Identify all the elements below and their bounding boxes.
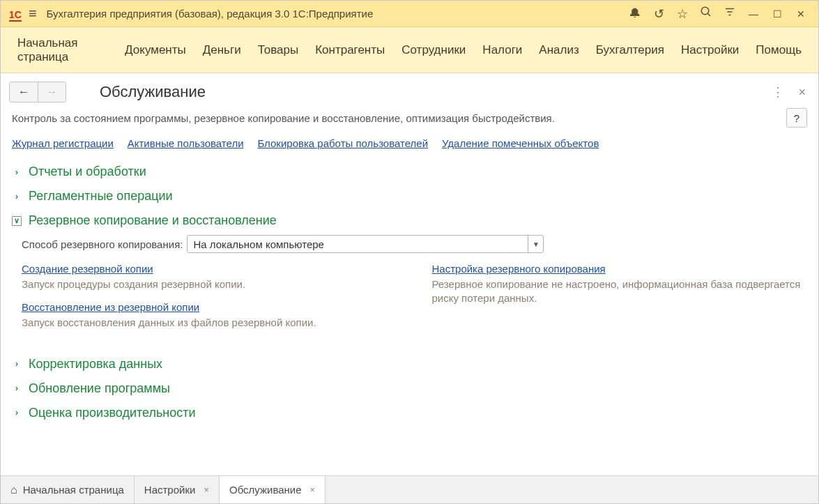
link-event-log[interactable]: Журнал регистрации <box>12 137 114 149</box>
section-label: Корректировка данных <box>29 357 162 372</box>
page: ← → Обслуживание ⋮ × Контроль за состоян… <box>1 73 818 475</box>
dropdown-arrow-icon[interactable]: ▼ <box>528 236 543 252</box>
section-label: Отчеты и обработки <box>29 165 146 179</box>
bell-icon[interactable]: 🔔︎ <box>623 6 647 21</box>
chevron-right-icon <box>12 408 22 418</box>
backup-right-col: Настройка резервного копирования Резервн… <box>432 263 808 340</box>
tab-close-icon[interactable]: × <box>310 484 316 495</box>
backup-left-col: Создание резервной копии Запуск процедур… <box>22 263 397 340</box>
filter-icon[interactable] <box>718 6 742 22</box>
section-performance[interactable]: Оценка производительности <box>12 406 807 420</box>
kebab-icon[interactable]: ⋮ <box>772 84 784 100</box>
bottom-tabbar: ⌂ Начальная страница Настройки × Обслужи… <box>1 475 818 503</box>
help-button[interactable]: ? <box>786 108 807 128</box>
page-description: Контроль за состоянием программы, резерв… <box>12 112 555 124</box>
menu-start[interactable]: Начальная страница <box>17 36 108 64</box>
menu-documents[interactable]: Документы <box>125 43 186 57</box>
nav-forward-button: → <box>38 82 66 102</box>
link-block-users[interactable]: Блокировка работы пользователей <box>257 137 428 149</box>
menu-products[interactable]: Товары <box>258 43 298 57</box>
home-icon: ⌂ <box>10 484 17 496</box>
desc-backup-settings: Резервное копирование не настроено, инфо… <box>432 277 808 306</box>
menu-employees[interactable]: Сотрудники <box>401 43 466 57</box>
tab-close-icon[interactable]: × <box>204 484 209 495</box>
content: Контроль за состоянием программы, резерв… <box>1 108 818 475</box>
page-header: ← → Обслуживание ⋮ × <box>1 73 818 108</box>
section-scheduled-ops[interactable]: Регламентные операции <box>12 189 807 204</box>
chevron-right-icon <box>12 383 22 393</box>
top-links: Журнал регистрации Активные пользователи… <box>12 137 807 149</box>
section-label: Обновление программы <box>29 381 170 396</box>
maximize-icon[interactable]: ☐ <box>765 8 789 20</box>
tab-label: Обслуживание <box>229 484 302 496</box>
menu-analysis[interactable]: Анализ <box>539 43 579 57</box>
link-create-backup[interactable]: Создание резервной копии <box>22 263 153 275</box>
search-icon[interactable] <box>694 6 718 22</box>
star-icon[interactable]: ☆ <box>671 6 694 22</box>
svg-line-1 <box>707 13 710 16</box>
nav-buttons: ← → <box>9 82 66 102</box>
history-icon[interactable]: ↺ <box>647 6 671 22</box>
menu-accounting[interactable]: Бухгалтерия <box>596 43 664 57</box>
link-delete-marked[interactable]: Удаление помеченных объектов <box>442 137 599 149</box>
section-data-correction[interactable]: Корректировка данных <box>12 357 807 372</box>
tab-settings[interactable]: Настройки × <box>135 476 220 503</box>
section-label: Регламентные операции <box>29 189 173 204</box>
section-reports[interactable]: Отчеты и обработки <box>12 165 807 179</box>
link-active-users[interactable]: Активные пользователи <box>128 137 244 149</box>
svg-point-0 <box>701 7 709 15</box>
page-title: Обслуживание <box>100 83 206 101</box>
app-logo: 1С <box>9 6 22 22</box>
tab-label: Настройки <box>144 484 196 496</box>
section-label: Резервное копирование и восстановление <box>29 213 277 228</box>
chevron-right-icon <box>12 359 22 369</box>
section-backup[interactable]: Резервное копирование и восстановление <box>12 213 807 228</box>
menu-partners[interactable]: Контрагенты <box>315 43 385 57</box>
menu-settings[interactable]: Настройки <box>681 43 739 57</box>
chevron-right-icon <box>12 192 22 201</box>
backup-method-value: На локальном компьютере <box>187 236 528 252</box>
window-close-icon[interactable]: ✕ <box>789 8 813 20</box>
desc-restore-backup: Запуск восстановления данных из файлов р… <box>22 316 397 330</box>
hamburger-icon[interactable]: ≡ <box>29 6 37 22</box>
menu-money[interactable]: Деньги <box>203 43 241 57</box>
menu-taxes[interactable]: Налоги <box>482 43 522 57</box>
menu-help[interactable]: Помощь <box>756 43 802 57</box>
tab-maintenance[interactable]: Обслуживание × <box>220 476 326 503</box>
section-update[interactable]: Обновление программы <box>12 381 807 396</box>
link-backup-settings[interactable]: Настройка резервного копирования <box>432 263 606 275</box>
desc-create-backup: Запуск процедуры создания резервной копи… <box>22 277 397 291</box>
nav-back-button[interactable]: ← <box>10 82 38 102</box>
main-menu: Начальная страница Документы Деньги Това… <box>1 27 818 73</box>
link-restore-backup[interactable]: Восстановление из резервной копии <box>22 301 199 313</box>
tab-label: Начальная страница <box>23 484 124 496</box>
backup-method-select[interactable]: На локальном компьютере ▼ <box>187 235 544 253</box>
section-backup-body: Способ резервного копирования: На локаль… <box>12 235 807 347</box>
app-title: Бухгалтерия предприятия (базовая), редак… <box>47 8 374 20</box>
section-label: Оценка производительности <box>29 406 196 420</box>
chevron-right-icon <box>12 167 22 177</box>
backup-method-label: Способ резервного копирования: <box>22 238 183 250</box>
page-close-icon[interactable]: × <box>794 85 810 100</box>
logo-text: 1С <box>9 9 22 22</box>
titlebar: 1С ≡ Бухгалтерия предприятия (базовая), … <box>1 1 818 27</box>
chevron-down-icon <box>12 216 22 226</box>
minimize-icon[interactable]: — <box>742 8 765 20</box>
tab-start-page[interactable]: ⌂ Начальная страница <box>1 476 135 503</box>
